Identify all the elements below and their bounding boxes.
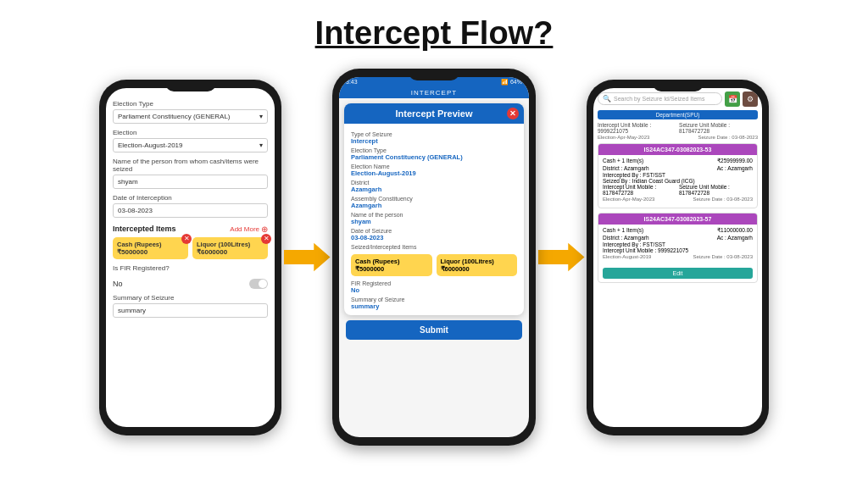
p2-item2-value: ₹6000000 [441, 265, 514, 273]
phone3-notch [653, 80, 704, 92]
p3-card2-date-row: Election-August-2019 Seizure Date : 03-0… [603, 254, 753, 259]
p3-card2-mobile-row: Intercept Unit Mobile : 9999221075 [603, 247, 753, 253]
p3-seizure-mobile1-value: 8178472728 [679, 128, 709, 134]
phone2-close-icon[interactable]: ✕ [507, 108, 519, 119]
phone3-screen: 🔍 Search by Seizure Id/Seized Items 📅 ⚙ … [593, 88, 762, 427]
p1-election-type-value: Parliament Constituency (GENERAL) [118, 113, 231, 120]
p2-person-value: shyam [351, 218, 517, 225]
p3-card1-election: Election-Apr-May-2023 [603, 197, 654, 202]
arrow1 [281, 236, 332, 279]
p3-info-row1: Intercept Unit Mobile : 9999221075 Seizu… [598, 122, 758, 134]
p3-search-placeholder: Search by Seizure Id/Seized Items [614, 96, 704, 102]
p2-item1: Cash (Rupees) ₹5000000 [351, 254, 432, 276]
p2-fir-value: No [351, 286, 517, 294]
page-title: Intercept Flow? [0, 0, 868, 60]
p3-card1-date-row: Election-Apr-May-2023 Seizure Date : 03-… [603, 197, 753, 202]
p3-card2-row2: District : Azamgarh Ac : Azamgarh [603, 235, 753, 241]
p2-type-value: Intercept [351, 137, 517, 145]
p3-date-row1: Election-Apr-May-2023 Seizure Date : 03-… [598, 135, 758, 140]
p1-fir-toggle[interactable] [249, 279, 268, 289]
p3-dept-bar: Department(SPU) [598, 110, 758, 119]
p3-card2-body: Cash + 1 Item(s) ₹11000000.00 District :… [598, 225, 757, 265]
p2-elname-label: Election Name [351, 164, 517, 169]
p2-item2: Liquor (100Litres) ₹6000000 [437, 254, 518, 276]
p3-calendar-icon[interactable]: 📅 [725, 92, 740, 107]
p3-seizure-date1: Seizure Date : 03-08-2023 [698, 135, 758, 140]
p3-filter-icon[interactable]: ⚙ [743, 92, 758, 107]
p3-edit-button[interactable]: Edit [603, 268, 753, 279]
p2-item1-name: Cash (Rupees) [355, 258, 428, 265]
p3-card2-ac: Ac : Azamgarh [717, 235, 753, 241]
phone3-content: 🔍 Search by Seizure Id/Seized Items 📅 ⚙ … [593, 88, 762, 291]
p3-card2-district: District : Azamgarh [603, 235, 649, 241]
p1-items-row: ✕ Cash (Rupees) ₹5000000 ✕ Liquor (100Li… [113, 237, 268, 259]
p1-item1-value: ₹5000000 [117, 248, 184, 256]
p1-item2-remove-icon[interactable]: ✕ [261, 234, 271, 244]
p2-eltype-value: Parliament Constituency (GENERAL) [351, 153, 517, 161]
p2-date-value: 03-08-2023 [351, 234, 517, 241]
p1-election-value: Election-August-2019 [118, 141, 183, 149]
phone3-frame: 🔍 Search by Seizure Id/Seized Items 📅 ⚙ … [587, 80, 769, 435]
p3-seizure-mobile1-label: Seizure Unit Mobile : 8178472728 [679, 122, 758, 134]
p1-intercepted-title: Intercepted Items [113, 225, 176, 233]
p1-add-more-label: Add More [230, 225, 259, 233]
p1-election-chevron-icon: ▾ [259, 141, 263, 149]
p2-summary-value: summary [351, 302, 517, 310]
p1-add-more-button[interactable]: Add More ⊕ [230, 225, 268, 234]
p3-search-box[interactable]: 🔍 Search by Seizure Id/Seized Items [598, 92, 722, 105]
p1-summary-label: Summary of Seizure [113, 294, 268, 302]
p2-items-row: Cash (Rupees) ₹5000000 Liquor (100Litres… [351, 254, 517, 276]
phone2-signal: 📶 64% [501, 79, 522, 86]
p3-card2-id: IS24AC347-03082023-57 [644, 216, 712, 222]
p3-intercept-mobile1-value: 9999221075 [598, 128, 628, 134]
p2-district-value: Azamgarh [351, 186, 517, 193]
p2-fir-label: FIR Registered [351, 280, 517, 286]
p1-election-select[interactable]: Election-August-2019 ▾ [113, 138, 268, 152]
p1-election-label: Election [113, 129, 268, 136]
p3-card1-intercept-mobile: Intercept Unit Mobile : 8178472728 [603, 184, 679, 196]
p1-election-type-select[interactable]: Parliament Constituency (GENERAL) ▾ [113, 109, 268, 124]
phone2-app-label: INTERCEPT [411, 89, 457, 97]
p2-district-label: District [351, 180, 517, 186]
p3-card2-items: Cash + 1 Item(s) [603, 227, 643, 234]
p1-chevron-down-icon: ▾ [259, 113, 263, 120]
p1-date-label: Date of Interception [113, 194, 268, 202]
p3-card2-seizure-date: Seizure Date : 03-08-2023 [693, 254, 753, 259]
p2-summary-label: Summary of Seizure [351, 297, 517, 302]
p3-card1[interactable]: IS24AC347-03082023-53 Cash + 1 Item(s) ₹… [598, 143, 758, 208]
p1-fir-no-label: No [113, 280, 123, 288]
p2-item1-value: ₹5000000 [355, 265, 428, 273]
phone2-modal-body: Type of Seizure Intercept Election Type … [344, 124, 524, 315]
p3-card2-intercepted: Intercepted By : FST/SST [603, 241, 753, 247]
p3-election-date1: Election-Apr-May-2023 [598, 135, 649, 140]
p1-fir-label: Is FIR Registered? [113, 264, 268, 272]
p1-item2-value: ₹6000000 [197, 248, 264, 256]
phone1-content: Election Type Parliament Constituency (G… [106, 88, 275, 323]
p1-item2-badge: ✕ Liquor (100Litres) ₹6000000 [192, 237, 268, 259]
arrow1-shape [284, 240, 331, 275]
p3-card1-ac: Ac : Azamgarh [717, 165, 753, 171]
p3-card1-id: IS24AC347-03082023-53 [644, 147, 712, 152]
p2-eltype-label: Election Type [351, 147, 517, 153]
p3-card1-seizure-date: Seizure Date : 03-08-2023 [693, 197, 753, 202]
phone2-notch [409, 69, 459, 80]
p3-card1-header: IS24AC347-03082023-53 [598, 144, 757, 155]
p3-card1-district: District : Azamgarh [603, 165, 649, 171]
phone2-app-header: INTERCEPT [339, 87, 529, 98]
p2-item2-name: Liquor (100Litres) [441, 258, 514, 265]
p1-item1-remove-icon[interactable]: ✕ [181, 234, 192, 244]
p1-summary-input[interactable]: summary [113, 303, 268, 318]
p1-intercepted-header: Intercepted Items Add More ⊕ [113, 225, 268, 234]
p2-submit-button[interactable]: Submit [346, 320, 522, 340]
p2-date-label: Date of Seizure [351, 228, 517, 234]
p2-assembly-value: Azamgarh [351, 202, 517, 209]
p1-item2-name: Liquor (100Litres) [197, 241, 264, 248]
p1-plus-circle-icon: ⊕ [261, 225, 268, 234]
p2-seized-label: Seized/Intercepted Items [351, 244, 517, 250]
p3-search-row: 🔍 Search by Seizure Id/Seized Items 📅 ⚙ [598, 92, 758, 107]
p1-date-input[interactable]: 03-08-2023 [113, 203, 268, 218]
p3-card1-mobile-row: Intercept Unit Mobile : 8178472728 Seizu… [603, 184, 753, 196]
p1-person-input[interactable]: shyam [113, 175, 268, 189]
p1-item1-name: Cash (Rupees) [117, 241, 184, 248]
p3-card2[interactable]: IS24AC347-03082023-57 Cash + 1 Item(s) ₹… [598, 213, 758, 283]
